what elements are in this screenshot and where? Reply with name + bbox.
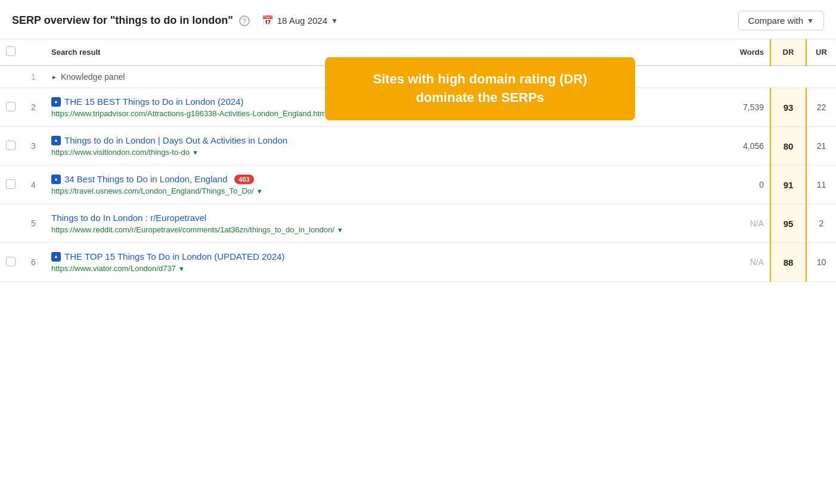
result-title-text: Things to do in London | Days Out & Acti… bbox=[64, 135, 287, 145]
row-ur bbox=[806, 66, 836, 88]
result-title-text: Things to do In London : r/Europetravel bbox=[51, 213, 206, 223]
row-words: 4,056 bbox=[717, 127, 770, 166]
row-words: 0 bbox=[717, 166, 770, 204]
words-value: N/A bbox=[750, 219, 764, 228]
row-dr: 93 bbox=[770, 88, 806, 127]
result-title[interactable]: Things to do in London | Days Out & Acti… bbox=[51, 135, 711, 145]
result-url: https://www.tripadvisor.com/Attractions-… bbox=[51, 109, 711, 118]
row-number: 4 bbox=[21, 166, 45, 204]
row-checkbox[interactable] bbox=[6, 102, 16, 111]
row-ur: 21 bbox=[806, 127, 836, 166]
row-ur: 22 bbox=[806, 88, 836, 127]
words-value: 7,539 bbox=[743, 102, 764, 112]
dr-value: 80 bbox=[784, 141, 794, 151]
row-checkbox[interactable] bbox=[6, 141, 16, 150]
result-title[interactable]: THE 15 BEST Things to Do in London (2024… bbox=[51, 97, 711, 107]
dr-value: 88 bbox=[784, 257, 794, 267]
row-checkbox-cell bbox=[0, 243, 21, 282]
row-result: THE TOP 15 Things To Do in London (UPDAT… bbox=[45, 243, 717, 282]
table-row: 1 ► Knowledge panel bbox=[0, 66, 836, 88]
url-text[interactable]: https://travel.usnews.com/London_England… bbox=[51, 186, 254, 195]
result-url: https://www.reddit.com/r/Europetravel/co… bbox=[51, 225, 711, 234]
site-icon bbox=[51, 252, 61, 262]
result-title[interactable]: 34 Best Things to Do in London, England4… bbox=[51, 174, 711, 184]
row-words: N/A bbox=[717, 204, 770, 243]
result-title[interactable]: THE TOP 15 Things To Do in London (UPDAT… bbox=[51, 251, 711, 262]
words-value: 0 bbox=[759, 180, 764, 189]
row-checkbox-cell bbox=[0, 166, 21, 204]
title-prefix: SERP overview for bbox=[12, 14, 110, 26]
site-icon bbox=[51, 175, 61, 184]
badge: 403 bbox=[234, 175, 253, 184]
url-dropdown-arrow[interactable]: ▼ bbox=[192, 149, 199, 156]
compare-with-button[interactable]: Compare with ▼ bbox=[738, 11, 824, 30]
help-icon[interactable]: ? bbox=[239, 15, 250, 26]
table-header-row: Search result Words DR UR bbox=[0, 39, 836, 66]
expand-icon[interactable]: ► bbox=[51, 74, 57, 80]
url-text[interactable]: https://www.visitlondon.com/things-to-do bbox=[51, 148, 190, 157]
result-url: https://www.viator.com/London/d737 ▼ bbox=[51, 264, 711, 273]
row-checkbox[interactable] bbox=[6, 179, 16, 189]
page-header: SERP overview for "things to do in londo… bbox=[0, 0, 836, 39]
page-title: SERP overview for "things to do in londo… bbox=[12, 14, 233, 27]
col-header-ur: UR bbox=[806, 39, 836, 66]
row-checkbox-cell bbox=[0, 66, 21, 88]
row-number: 5 bbox=[21, 204, 45, 243]
row-ur: 2 bbox=[806, 204, 836, 243]
row-number: 2 bbox=[21, 88, 45, 127]
row-result: THE 15 BEST Things to Do in London (2024… bbox=[45, 88, 717, 127]
row-number: 6 bbox=[21, 243, 45, 282]
knowledge-panel-cell: ► Knowledge panel bbox=[45, 66, 806, 88]
select-all-checkbox[interactable] bbox=[6, 46, 16, 56]
row-checkbox[interactable] bbox=[6, 257, 16, 266]
result-title-text: THE TOP 15 Things To Do in London (UPDAT… bbox=[64, 251, 284, 262]
url-text[interactable]: https://www.tripadvisor.com/Attractions-… bbox=[51, 109, 328, 118]
date-dropdown-arrow: ▼ bbox=[331, 17, 338, 25]
row-checkbox-cell bbox=[0, 88, 21, 127]
words-value: 4,056 bbox=[743, 141, 764, 151]
col-header-dr: DR bbox=[770, 39, 806, 66]
row-ur: 11 bbox=[806, 166, 836, 204]
row-result: Things to do In London : r/Europetravel … bbox=[45, 204, 717, 243]
row-dr: 80 bbox=[770, 127, 806, 166]
table-row: 5 Things to do In London : r/Europetrave… bbox=[0, 204, 836, 243]
row-checkbox-cell bbox=[0, 204, 21, 243]
result-title[interactable]: Things to do In London : r/Europetravel bbox=[51, 213, 711, 223]
table-row: 6 THE TOP 15 Things To Do in London (UPD… bbox=[0, 243, 836, 282]
serp-table-container: Sites with high domain rating (DR) domin… bbox=[0, 39, 836, 282]
url-dropdown-arrow[interactable]: ▼ bbox=[178, 265, 185, 272]
row-dr: 88 bbox=[770, 243, 806, 282]
url-dropdown-arrow[interactable]: ▼ bbox=[330, 110, 337, 117]
col-header-search-result: Search result bbox=[45, 39, 717, 66]
search-keyword: "things to do in london" bbox=[110, 14, 233, 26]
url-dropdown-arrow[interactable]: ▼ bbox=[337, 226, 343, 234]
table-row: 2 THE 15 BEST Things to Do in London (20… bbox=[0, 88, 836, 127]
date-picker[interactable]: 📅 18 Aug 2024 ▼ bbox=[262, 15, 338, 26]
result-title-text: 34 Best Things to Do in London, England bbox=[64, 174, 227, 184]
dr-value: 93 bbox=[784, 102, 794, 113]
result-url: https://www.visitlondon.com/things-to-do… bbox=[51, 148, 711, 157]
col-header-words: Words bbox=[717, 39, 770, 66]
url-text[interactable]: https://www.viator.com/London/d737 bbox=[51, 264, 176, 273]
url-dropdown-arrow[interactable]: ▼ bbox=[256, 188, 263, 195]
dr-value: 95 bbox=[784, 219, 794, 229]
calendar-icon: 📅 bbox=[262, 15, 274, 26]
result-title-text: THE 15 BEST Things to Do in London (2024… bbox=[64, 97, 243, 107]
url-text[interactable]: https://www.reddit.com/r/Europetravel/co… bbox=[51, 225, 335, 234]
words-value: N/A bbox=[750, 257, 764, 267]
dr-value: 91 bbox=[784, 180, 794, 190]
row-words: N/A bbox=[717, 243, 770, 282]
row-result: 34 Best Things to Do in London, England4… bbox=[45, 166, 717, 204]
site-icon bbox=[51, 97, 61, 107]
row-number: 3 bbox=[21, 127, 45, 166]
row-number: 1 bbox=[21, 66, 45, 88]
row-dr: 91 bbox=[770, 166, 806, 204]
row-ur: 10 bbox=[806, 243, 836, 282]
compare-label: Compare with bbox=[748, 15, 804, 26]
row-result: Things to do in London | Days Out & Acti… bbox=[45, 127, 717, 166]
col-header-number bbox=[21, 39, 45, 66]
site-icon bbox=[51, 136, 61, 145]
col-header-checkbox bbox=[0, 39, 21, 66]
result-url: https://travel.usnews.com/London_England… bbox=[51, 186, 711, 195]
compare-dropdown-arrow: ▼ bbox=[807, 17, 814, 25]
